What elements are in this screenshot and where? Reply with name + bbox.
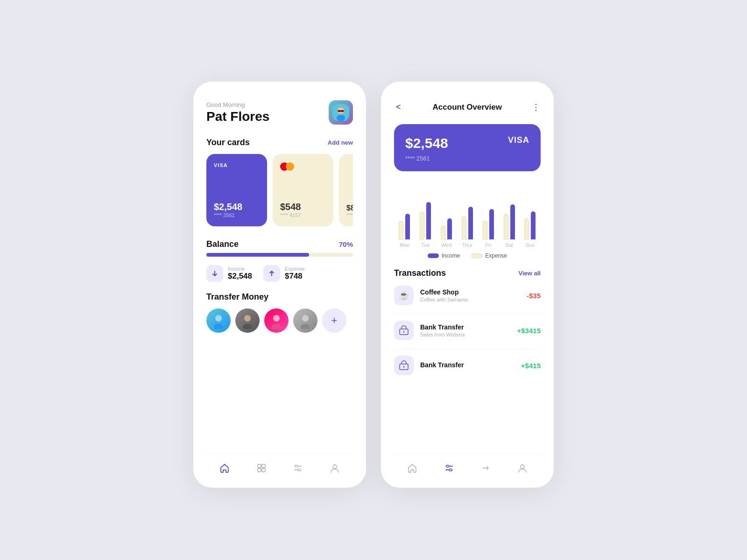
user-name: Pat Flores <box>206 109 269 124</box>
right-header: < Account Overview ⋮ <box>394 100 541 114</box>
right-screen: < Account Overview ⋮ $2,548 **** 2561 VI… <box>381 82 554 488</box>
nav-grid-icon[interactable] <box>254 460 269 478</box>
chart-label-sat: Sat <box>505 242 513 248</box>
overview-card-left: $2,548 **** 2561 <box>405 135 448 162</box>
card-2-amount: $548 <box>280 202 326 212</box>
overview-card[interactable]: $2,548 **** 2561 VISA <box>394 124 541 171</box>
progress-bar-fill <box>206 253 309 257</box>
expense-info: Expense $748 <box>285 266 305 281</box>
more-button[interactable]: ⋮ <box>532 102 541 112</box>
transfer-avatars: + <box>206 308 353 333</box>
transaction-3[interactable]: Bank Transfer +$415 <box>394 356 541 375</box>
add-contact-button[interactable]: + <box>322 308 346 333</box>
chart-day-tue: Tue <box>420 202 431 248</box>
transaction-3-info: Bank Transfer <box>420 361 514 370</box>
expense-label: Expense <box>285 266 305 272</box>
overview-amount: $2,548 <box>405 135 448 151</box>
svg-point-10 <box>273 315 280 322</box>
chart-label-sun: Sun <box>526 242 535 248</box>
income-amount: $2,548 <box>228 272 252 281</box>
overview-card-type: VISA <box>508 135 529 145</box>
view-all-button[interactable]: View all <box>519 270 541 277</box>
chart-section: Mon Tue Wed <box>394 182 541 259</box>
card-1-type: VISA <box>214 162 260 168</box>
card-2[interactable]: $548 **** 4157 <box>273 154 333 226</box>
right-bottom-nav <box>394 453 541 478</box>
transfer-contact-2[interactable] <box>235 308 260 333</box>
nav-user-icon[interactable] <box>327 460 343 478</box>
add-new-button[interactable]: Add new <box>328 139 353 146</box>
transfer-section: Transfer Money + <box>206 292 353 333</box>
svg-rect-16 <box>258 469 261 472</box>
right-nav-user-icon[interactable] <box>514 460 530 478</box>
nav-sliders-icon[interactable] <box>290 460 306 478</box>
card-1-number: **** 2561 <box>214 212 260 218</box>
svg-point-6 <box>215 315 222 322</box>
cards-row: VISA $2,548 **** 2561 $548 **** 4157 <box>206 154 353 226</box>
income-label: Income <box>228 266 252 272</box>
balance-title: Balance <box>206 239 239 249</box>
legend-expense-dot <box>471 253 482 258</box>
divider-1 <box>394 314 541 314</box>
transaction-1-amount: -$35 <box>527 292 541 300</box>
transaction-1-icon: ☕ <box>394 286 414 305</box>
left-screen: Good Morning Pat Flores <box>193 82 366 488</box>
progress-bar-background <box>206 253 353 257</box>
card-1[interactable]: VISA $2,548 **** 2561 <box>206 154 267 226</box>
card-3[interactable]: $84 **** 2... <box>339 154 353 226</box>
screen-title: Account Overview <box>433 103 502 112</box>
transaction-1[interactable]: ☕ Coffee Shop Coffee with Samanta -$35 <box>394 286 541 305</box>
transfer-contact-1[interactable] <box>206 308 231 333</box>
transfer-contact-4[interactable] <box>293 308 317 333</box>
greeting-block: Good Morning Pat Flores <box>206 101 269 124</box>
transaction-3-amount: +$415 <box>521 362 541 370</box>
svg-point-30 <box>449 469 451 471</box>
svg-rect-14 <box>258 464 261 468</box>
greeting-label: Good Morning <box>206 101 269 108</box>
legend-expense-label: Expense <box>485 252 507 259</box>
transaction-2-info: Bank Transfer Sales from Wisteria <box>420 323 511 337</box>
svg-point-13 <box>301 324 310 329</box>
card-3-number: **** 2... <box>346 212 353 218</box>
chart-day-mon: Mon <box>399 214 410 248</box>
card-1-amount: $2,548 <box>214 202 260 212</box>
transfer-contact-3[interactable] <box>264 308 289 333</box>
right-nav-home-icon[interactable] <box>404 460 420 478</box>
transaction-1-info: Coffee Shop Coffee with Samanta <box>420 288 520 302</box>
back-button[interactable]: < <box>394 100 403 114</box>
expense-item: Expense $748 <box>263 265 305 282</box>
cards-title: Your cards <box>206 138 250 147</box>
transaction-2-name: Bank Transfer <box>420 323 511 331</box>
svg-point-20 <box>296 465 298 468</box>
mastercard-icon <box>280 162 326 171</box>
nav-home-icon[interactable] <box>217 460 233 478</box>
chart-legend: Income Expense <box>394 252 541 259</box>
transaction-2-desc: Sales from Wisteria <box>420 332 511 337</box>
divider-2 <box>394 349 541 349</box>
balance-section: Balance 70% Income $2,548 <box>206 239 353 282</box>
balance-header: Balance 70% <box>206 239 353 249</box>
income-item: Income $2,548 <box>206 265 252 282</box>
transaction-2-amount: +$3415 <box>517 327 541 335</box>
svg-point-8 <box>244 315 251 322</box>
right-nav-sliders-icon[interactable] <box>441 460 457 478</box>
svg-point-12 <box>302 315 309 322</box>
avatar[interactable] <box>329 100 353 125</box>
chart-label-wed: Wed <box>441 242 451 248</box>
income-expense-row: Income $2,548 Expense $748 <box>206 265 353 282</box>
transaction-2[interactable]: Bank Transfer Sales from Wisteria +$3415 <box>394 321 541 340</box>
legend-income-dot <box>428 253 439 258</box>
expense-amount: $748 <box>285 272 305 281</box>
chart-day-fri: Fri <box>483 209 494 248</box>
right-nav-transfer-icon[interactable] <box>478 460 493 478</box>
header-row: Good Morning Pat Flores <box>206 100 353 125</box>
svg-point-21 <box>298 469 301 471</box>
svg-rect-15 <box>262 464 265 468</box>
legend-expense: Expense <box>471 252 507 259</box>
svg-point-22 <box>333 465 337 469</box>
chart-label-thur: Thur <box>462 242 473 248</box>
transactions-title: Transactions <box>394 268 446 278</box>
chart-day-sat: Sat <box>504 204 515 248</box>
chart-day-sun: Sun <box>524 211 536 248</box>
card-2-number: **** 4157 <box>280 212 326 218</box>
